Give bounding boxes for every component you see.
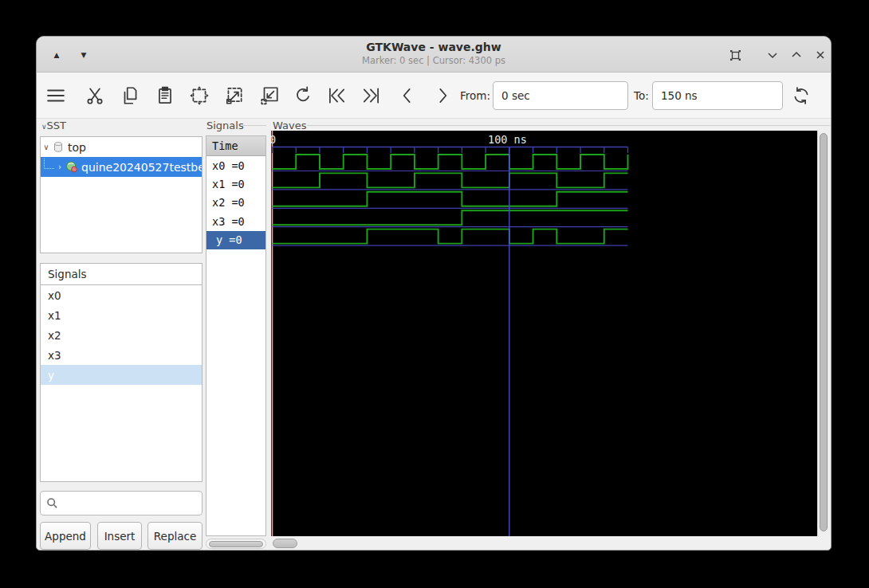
svg-text:100 ns: 100 ns [488,133,527,146]
sst-expander-icon[interactable]: ∨ [41,123,47,131]
toolbar: From: To: [37,73,831,119]
reload-button[interactable] [791,85,812,106]
maximize-button[interactable] [788,47,804,63]
insert-button[interactable]: Insert [97,522,142,550]
zoom-out-icon [259,85,280,106]
chevron-left-icon [397,85,418,106]
signal-row-x2[interactable]: x2 =0 [206,194,265,212]
copy-button[interactable] [120,85,140,106]
close-icon [814,49,827,61]
scrollbar-thumb[interactable] [820,133,828,531]
signals-frame-label: Signals [206,120,244,131]
signal-row-x3[interactable]: x3 =0 [206,212,265,230]
facility-item-x0[interactable]: x0 [41,285,202,305]
sst-tree-panel: ∨ top › quine20240527testbench [40,136,203,253]
menu-button[interactable] [45,85,66,106]
scrollbar-thumb[interactable] [209,541,263,547]
gtkwave-window: ▲ ▼ GTKWave - wave.ghw Marker: 0 sec | C… [36,36,832,551]
replace-button[interactable]: Replace [147,522,203,550]
chevron-right-icon [432,85,453,106]
chevron-up-icon [790,49,803,61]
chevron-down-icon [766,49,779,61]
from-input[interactable] [493,81,628,110]
facility-header-label: Signals [48,268,87,280]
from-label: From: [460,89,490,102]
entity-globe-icon [65,161,78,173]
cut-button[interactable] [85,85,105,106]
search-icon [46,497,58,509]
zoom-in-button[interactable] [224,85,245,106]
zoom-undo-button[interactable] [293,85,313,106]
window-title: GTKWave - wave.ghw [37,40,831,55]
facility-list: x0 x1 x2 x3 y [40,284,203,482]
signals-frame-line [242,125,266,126]
sst-frame-label: ∨SST [41,120,66,131]
scissors-icon [85,85,105,106]
waveform-canvas: 0100 ns [271,131,817,536]
waveform-area[interactable]: 0100 ns [271,131,817,536]
to-input[interactable] [652,81,783,110]
facility-item-x1[interactable]: x1 [41,305,202,325]
facility-item-y[interactable]: y [41,365,202,385]
waves-hscrollbar-thumb[interactable] [273,539,297,548]
go-to-start-button[interactable] [326,85,347,106]
zoom-fit-icon [189,85,210,106]
signal-column-hscrollbar[interactable] [206,539,266,549]
undo-icon [293,85,313,106]
waves-vscrollbar[interactable] [817,131,830,536]
tree-item-top[interactable]: ∨ top [41,137,202,157]
waves-frame-label: Waves [273,120,306,131]
fullscreen-icon [729,49,742,62]
append-button[interactable]: Append [40,522,91,550]
signal-search-box [40,491,203,515]
tree-item-label: top [68,141,86,154]
to-label: To: [634,89,649,102]
search-input[interactable] [63,492,198,516]
shift-right-button[interactable] [432,85,453,106]
zoom-fit-button[interactable] [189,85,210,106]
signal-row-x1[interactable]: x1 =0 [206,174,265,193]
expander-chevron-icon[interactable]: › [54,163,65,171]
reload-icon [791,85,812,106]
tree-item-label: quine20240527testbench [81,161,202,174]
skip-to-end-icon [361,85,382,106]
marker-cursor-status: Marker: 0 sec | Cursor: 4300 ps [37,55,831,67]
tree-item-quine-testbench[interactable]: › quine20240527testbench [41,157,202,177]
waves-frame-line [307,125,830,126]
signal-name-column: Time x0 =0 x1 =0 x2 =0 x3 =0 y =0 [206,135,266,536]
shift-left-button[interactable] [397,85,418,106]
copy-icon [120,85,140,106]
hamburger-menu-icon [45,85,66,106]
titlebar: ▲ ▼ GTKWave - wave.ghw Marker: 0 sec | C… [37,37,831,73]
svg-text:0: 0 [271,133,276,146]
fullscreen-button[interactable] [727,47,743,63]
module-cylinder-icon [52,141,65,153]
signal-row-x0[interactable]: x0 =0 [206,156,265,174]
time-header[interactable]: Time [206,136,265,156]
expander-chevron-icon[interactable]: ∨ [41,143,52,151]
go-to-end-button[interactable] [361,85,382,106]
facility-item-x3[interactable]: x3 [41,345,202,365]
facility-item-x2[interactable]: x2 [41,325,202,345]
tree-connector [44,159,54,169]
skip-to-start-icon [326,85,347,106]
zoom-out-button[interactable] [259,85,280,106]
zoom-in-icon [224,85,245,106]
clipboard-icon [155,85,175,106]
close-button[interactable] [812,47,828,63]
facility-header: Signals [40,263,203,285]
signal-row-y[interactable]: y =0 [206,231,265,249]
paste-button[interactable] [155,85,175,106]
minimize-button[interactable] [765,47,781,63]
